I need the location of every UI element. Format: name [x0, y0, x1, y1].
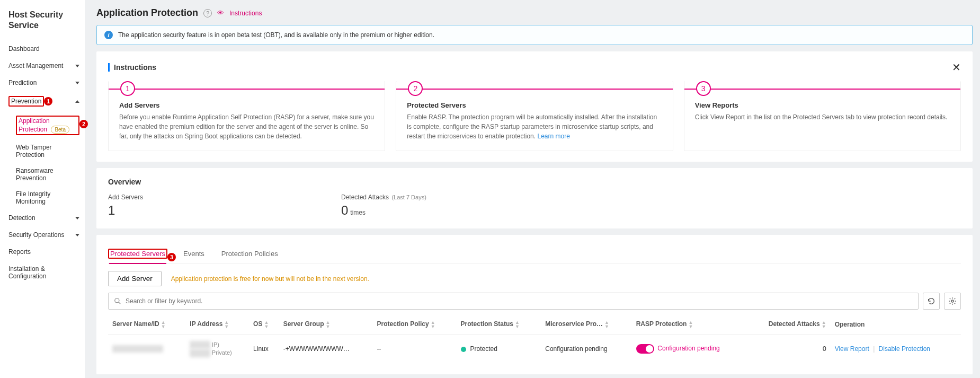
sidebar-item-asset-management[interactable]: Asset Management [8, 57, 85, 74]
cell-operation: View Report | Disable Protection [831, 335, 961, 364]
svg-point-0 [115, 298, 119, 303]
sidebar-sub-prevention: Application Protection Beta 2 Web Tamper… [8, 111, 85, 209]
overview-label: Detected Attacks (Last 7 Days) [341, 194, 426, 201]
col-server-name[interactable]: Server Name/ID▲▼ [108, 315, 185, 335]
cell-rasp: Configuration pending [632, 335, 747, 364]
sort-icon: ▲▼ [688, 320, 693, 329]
sort-icon: ▲▼ [326, 320, 331, 329]
overview-panel: Overview Add Servers 1 Detected Attacks … [96, 168, 973, 228]
sidebar-item-application-protection[interactable]: Application Protection Beta 2 [16, 111, 85, 139]
search-input[interactable] [126, 297, 913, 305]
sidebar-item-dashboard[interactable]: Dashboard [8, 40, 85, 57]
instructions-heading: Instructions [108, 63, 156, 72]
step-title: Protected Servers [407, 101, 662, 109]
separator: | [873, 345, 875, 353]
col-policy[interactable]: Protection Policy▲▼ [373, 315, 457, 335]
chevron-down-icon [75, 217, 79, 219]
svg-line-1 [119, 302, 121, 304]
cell-server-name: xxxxxxxxxxxxxxxx [108, 335, 185, 364]
tab-protected-servers[interactable]: Protected Servers [109, 244, 166, 264]
annotation-badge-2: 2 [79, 120, 88, 128]
learn-more-link[interactable]: Learn more [537, 133, 569, 140]
overview-add-servers: Add Servers 1 [108, 194, 309, 218]
sidebar-item-prevention[interactable]: Prevention 1 [8, 91, 85, 111]
step-line [396, 89, 672, 90]
page-header: Application Protection ? 👁 Instructions [96, 7, 973, 19]
sidebar-item-label: Security Operations [8, 231, 64, 239]
refresh-icon [927, 297, 936, 305]
sidebar-item-label: Detection [8, 214, 35, 222]
sidebar-item-label: Prevention [11, 98, 41, 105]
overview-value: 1 [108, 203, 309, 218]
col-micro[interactable]: Microservice Pro…▲▼ [541, 315, 631, 335]
step-number: 3 [696, 81, 711, 96]
step-number: 2 [408, 81, 423, 96]
sidebar-item-web-tamper[interactable]: Web Tamper Protection [16, 139, 85, 163]
step-line [109, 89, 385, 90]
add-server-button[interactable]: Add Server [108, 271, 162, 286]
sidebar-item-label: File Integrity Monitoring [16, 190, 79, 205]
sidebar-item-installation[interactable]: Installation & Configuration [8, 260, 85, 285]
info-text: The application security feature is in o… [118, 31, 434, 39]
rasp-toggle[interactable] [636, 344, 654, 354]
col-ip[interactable]: IP Address▲▼ [185, 315, 249, 335]
search-icon [114, 297, 121, 305]
tab-events[interactable]: Events [182, 244, 206, 263]
disable-protection-link[interactable]: Disable Protection [879, 345, 930, 353]
page-title: Application Protection [96, 7, 198, 19]
settings-button[interactable] [944, 293, 961, 310]
sort-icon: ▲▼ [161, 320, 166, 329]
sidebar-item-file-integrity[interactable]: File Integrity Monitoring [16, 186, 85, 209]
search-box[interactable] [108, 293, 919, 310]
step-desc: Before you enable Runtime Application Se… [119, 112, 374, 141]
close-icon[interactable]: ✕ [952, 61, 961, 74]
sidebar-item-label: Application Protection [19, 117, 50, 133]
instruction-step-3: 3 View Reports Click View Report in the … [684, 81, 961, 151]
col-status[interactable]: Protection Status▲▼ [457, 315, 541, 335]
tab-protection-policies[interactable]: Protection Policies [220, 244, 279, 263]
sidebar-item-label: Prediction [8, 79, 37, 86]
step-title: View Reports [695, 101, 950, 109]
help-icon[interactable]: ? [203, 9, 212, 17]
sidebar: Host Security Service Dashboard Asset Ma… [0, 0, 85, 378]
refresh-button[interactable] [923, 293, 940, 310]
instructions-link[interactable]: Instructions [229, 10, 262, 17]
annotation-badge-3: 3 [167, 253, 176, 261]
step-line [684, 89, 960, 90]
col-group[interactable]: Server Group▲▼ [279, 315, 373, 335]
chevron-up-icon [75, 100, 79, 103]
col-rasp[interactable]: RASP Protection▲▼ [632, 315, 747, 335]
svg-point-2 [951, 300, 954, 302]
sidebar-item-security-operations[interactable]: Security Operations [8, 226, 85, 243]
status-dot-icon [461, 347, 466, 352]
sidebar-item-reports[interactable]: Reports [8, 243, 85, 260]
sort-icon: ▲▼ [604, 320, 609, 329]
instructions-panel: Instructions ✕ 1 Add Servers Before you … [96, 51, 973, 162]
sidebar-item-label: Installation & Configuration [8, 265, 79, 280]
col-os[interactable]: OS▲▼ [249, 315, 279, 335]
chevron-down-icon [75, 82, 79, 84]
chevron-down-icon [75, 65, 79, 67]
instruction-step-1: 1 Add Servers Before you enable Runtime … [108, 81, 385, 151]
step-title: Add Servers [119, 101, 374, 109]
sidebar-item-detection[interactable]: Detection [8, 209, 85, 226]
cell-policy: -- [373, 335, 457, 364]
view-report-link[interactable]: View Report [835, 345, 869, 353]
overview-heading: Overview [108, 178, 961, 186]
instruction-step-2: 2 Protected Servers Enable RASP. The pro… [396, 81, 673, 151]
sidebar-item-ransomware[interactable]: Ransomware Prevention [16, 163, 85, 186]
eye-icon: 👁 [217, 9, 224, 17]
servers-table: Server Name/ID▲▼ IP Address▲▼ OS▲▼ Serve… [108, 315, 961, 364]
sidebar-item-prediction[interactable]: Prediction [8, 74, 85, 91]
tabs: Protected Servers 3 Events Protection Po… [108, 244, 961, 263]
sort-icon: ▲▼ [822, 320, 826, 329]
info-icon: i [104, 31, 113, 39]
col-attacks[interactable]: Detected Attacks▲▼ [747, 315, 831, 335]
step-desc: Click View Report in the list on the Pro… [695, 112, 950, 122]
table-row: xxxxxxxxxxxxxxxx xxxxxxx IP) xxxxxxx Pri… [108, 335, 961, 364]
sort-icon: ▲▼ [224, 320, 229, 329]
cell-group: -+WWWWWWWWW… [279, 335, 373, 364]
sort-icon: ▲▼ [264, 320, 269, 329]
gear-icon [948, 297, 957, 305]
cell-ip: xxxxxxx IP) xxxxxxx Private) [185, 335, 249, 364]
